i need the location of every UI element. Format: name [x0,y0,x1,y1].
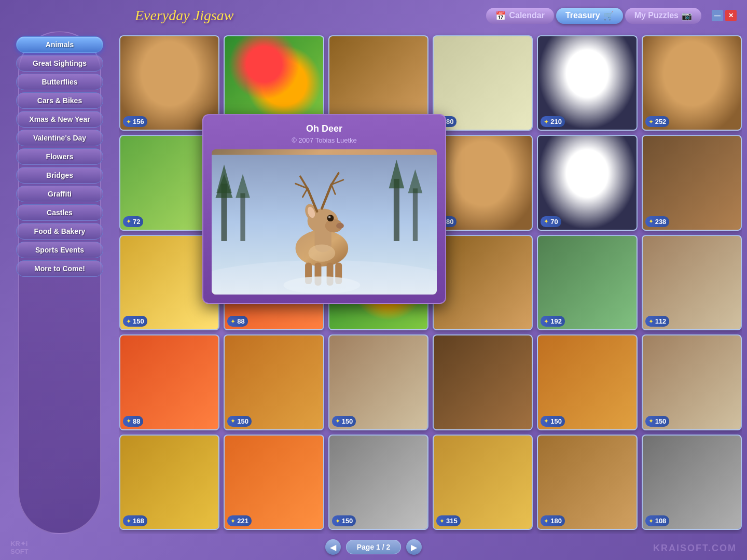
star-icon: ✦ [544,218,549,225]
badge-number: 221 [237,517,248,525]
sidebar-item-food-bakery[interactable]: Food & Bakery [16,223,103,240]
star-icon: ✦ [544,417,549,425]
star-icon: ✦ [335,417,340,425]
popup-title: Oh Deer [212,123,437,134]
puzzle-badge: ✦150 [227,416,252,427]
puzzle-card[interactable]: ✦112 [642,235,742,330]
puzzle-card[interactable]: ✦150 [642,334,742,430]
puzzle-card[interactable]: ✦180 [537,435,637,530]
puzzle-card[interactable]: ✦252 [642,35,742,131]
puzzle-card[interactable]: ✦210 [537,35,637,131]
star-icon: ✦ [230,318,236,325]
prev-page-button[interactable]: ◀ [325,539,341,555]
puzzle-badge: ✦192 [541,316,565,327]
sidebar-item-bridges[interactable]: Bridges [16,167,103,184]
puzzle-card[interactable]: ✦150 [224,334,324,430]
svg-point-16 [327,215,334,221]
puzzle-card[interactable]: ✦80 [433,35,533,131]
puzzle-card[interactable] [433,235,533,330]
star-icon: ✦ [126,517,131,525]
tab-treasury[interactable]: Treasury 🛒 [556,8,623,24]
puzzle-card[interactable]: ✦150 [328,435,428,530]
sidebar-item-more-to-come[interactable]: More to Come! [16,260,103,277]
header: Everyday Jigsaw 📅 Calendar Treasury 🛒 My… [0,0,747,31]
star-icon: ✦ [544,318,549,325]
badge-number: 150 [550,417,562,425]
sidebar-item-cars-bikes[interactable]: Cars & Bikes [16,92,103,109]
puzzle-card[interactable]: ✦108 [642,435,742,530]
sidebar-item-butterflies[interactable]: Butterflies [16,74,103,90]
sidebar: Animals Great Sightings Butterflies Cars… [5,31,114,534]
star-icon: ✦ [544,118,549,125]
puzzle-badge: ✦315 [436,515,461,526]
star-icon: ✦ [648,218,654,225]
badge-number: 150 [342,417,353,425]
sidebar-item-castles[interactable]: Castles [16,204,103,221]
puzzle-card[interactable]: ✦238 [642,135,742,230]
puzzle-badge: ✦238 [645,216,670,227]
tab-calendar[interactable]: 📅 Calendar [486,8,554,24]
svg-point-33 [309,244,336,261]
puzzle-card[interactable]: ✦150 [328,334,428,430]
puzzle-card[interactable]: ✦221 [224,435,324,530]
puzzle-badge: ✦112 [645,316,670,327]
badge-number: 112 [655,317,667,325]
puzzle-card[interactable] [433,334,533,430]
close-button[interactable]: ✕ [725,10,737,21]
puzzle-badge: ✦150 [123,316,147,327]
star-icon: ✦ [648,118,654,125]
badge-number: 70 [550,218,558,226]
minimize-button[interactable]: — [712,10,723,21]
badge-number: 315 [446,517,458,525]
next-page-button[interactable]: ▶ [406,539,422,555]
badge-number: 150 [655,417,667,425]
puzzle-card[interactable]: ✦315 [433,435,533,530]
nav-tabs: 📅 Calendar Treasury 🛒 My Puzzles 📷 [486,8,701,24]
calendar-icon: 📅 [495,11,506,21]
kraisoft-logo: KR✦i SOFT [10,540,29,556]
puzzle-badge: ✦108 [645,515,670,526]
star-icon: ✦ [230,517,236,525]
svg-point-32 [284,276,361,293]
puzzle-badge: ✦168 [123,515,147,526]
svg-point-17 [328,216,331,218]
badge-number: 180 [550,517,562,525]
page-info: Page 1 / 2 [346,540,402,554]
badge-number: 88 [133,417,140,425]
badge-number: 108 [655,517,667,525]
badge-number: 72 [133,218,140,226]
puzzle-card[interactable]: ✦88 [119,334,219,430]
puzzle-badge: ✦156 [123,116,147,127]
sidebar-item-xmas-new-year[interactable]: Xmas & New Year [16,111,103,128]
popup-image[interactable] [212,149,437,295]
sidebar-item-valentines-day[interactable]: Valentine's Day [16,130,103,146]
puzzle-card[interactable]: ✦80 [433,135,533,230]
tab-my-puzzles[interactable]: My Puzzles 📷 [625,8,701,24]
badge-number: 150 [342,517,353,525]
camera-icon: 📷 [682,11,692,21]
sidebar-item-sports-events[interactable]: Sports Events [16,242,103,258]
star-icon: ✦ [648,517,654,525]
puzzle-card[interactable]: ✦168 [119,435,219,530]
badge-number: 150 [133,317,144,325]
puzzle-badge: ✦88 [123,416,143,427]
puzzle-badge: ✦72 [123,216,143,227]
puzzle-badge: ✦252 [645,116,670,127]
star-icon: ✦ [126,417,131,425]
badge-number: 252 [655,118,667,125]
badge-number: 156 [133,118,144,125]
sidebar-item-graffiti[interactable]: Graffiti [16,186,103,202]
puzzle-card[interactable]: ✦150 [537,334,637,430]
badge-number: 210 [550,118,562,125]
puzzle-card[interactable]: ✦70 [537,135,637,230]
sidebar-item-great-sightings[interactable]: Great Sightings [16,55,103,72]
puzzle-badge: ✦150 [332,416,356,427]
popup-copyright: © 2007 Tobias Luetke [212,136,437,144]
puzzle-card[interactable]: ✦192 [537,235,637,330]
puzzle-badge: ✦150 [332,515,356,526]
app-title: Everyday Jigsaw [135,7,234,24]
svg-rect-8 [413,188,418,241]
sidebar-item-flowers[interactable]: Flowers [16,148,103,165]
pagination: ◀ Page 1 / 2 ▶ [0,534,747,560]
sidebar-item-animals[interactable]: Animals [16,36,103,53]
